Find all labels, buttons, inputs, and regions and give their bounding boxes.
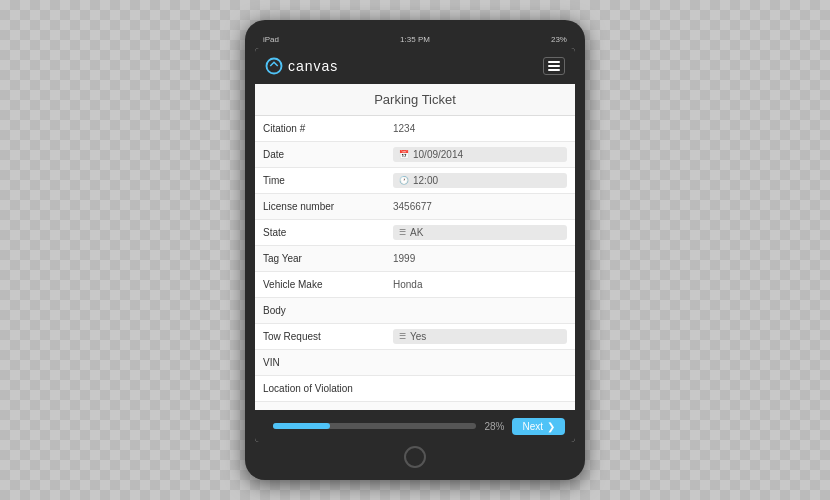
table-row: License number3456677: [255, 194, 575, 220]
field-label: License number: [263, 201, 393, 212]
field-label: Body: [263, 305, 393, 316]
svg-point-0: [267, 59, 282, 74]
next-button[interactable]: Next ❯: [512, 418, 565, 435]
time-label: 1:35 PM: [400, 35, 430, 44]
field-label: State: [263, 227, 393, 238]
form-title: Parking Ticket: [255, 84, 575, 116]
field-value[interactable]: 1234: [393, 123, 567, 134]
calendar-icon: 📅: [399, 150, 409, 159]
tablet-screen: canvas Parking Ticket Citation #1234Date…: [255, 48, 575, 442]
list-icon: ☰: [399, 228, 406, 237]
table-row: Location of Violation: [255, 376, 575, 402]
field-label: Citation #: [263, 123, 393, 134]
table-row: State☰AK: [255, 220, 575, 246]
next-arrow-icon: ❯: [547, 421, 555, 432]
field-label: Tag Year: [263, 253, 393, 264]
field-value[interactable]: 1999: [393, 253, 567, 264]
next-label: Next: [522, 421, 543, 432]
tablet-device: iPad 1:35 PM 23% canvas Parking Ticket: [245, 20, 585, 480]
field-label: Vehicle Make: [263, 279, 393, 290]
field-value[interactable]: 🕐12:00: [393, 173, 567, 188]
field-label: Location of Violation: [263, 383, 393, 394]
table-row: Tow Request☰Yes: [255, 324, 575, 350]
field-label: VIN: [263, 357, 393, 368]
clock-icon: 🕐: [399, 176, 409, 185]
app-name-label: canvas: [288, 58, 338, 74]
field-label: Time: [263, 175, 393, 186]
app-logo: canvas: [265, 57, 338, 75]
field-label: Date: [263, 149, 393, 160]
status-bar: iPad 1:35 PM 23%: [255, 32, 575, 46]
form-rows: Citation #1234Date📅10/09/2014Time🕐12:00L…: [255, 116, 575, 410]
progress-bar-container: [273, 423, 476, 429]
form-footer: 28% Next ❯: [255, 410, 575, 442]
field-value[interactable]: ☰AK: [393, 225, 567, 240]
app-header: canvas: [255, 48, 575, 84]
table-row: Time🕐12:00: [255, 168, 575, 194]
table-row: Citation #1234: [255, 116, 575, 142]
table-row: Body: [255, 298, 575, 324]
progress-bar-fill: [273, 423, 330, 429]
home-button[interactable]: [404, 446, 426, 468]
field-value[interactable]: ☰Yes: [393, 329, 567, 344]
canvas-logo-icon: [265, 57, 283, 75]
form-content: Parking Ticket Citation #1234Date📅10/09/…: [255, 84, 575, 410]
menu-button[interactable]: [543, 57, 565, 75]
table-row: VIN: [255, 350, 575, 376]
field-value[interactable]: 📅10/09/2014: [393, 147, 567, 162]
battery-label: 23%: [551, 35, 567, 44]
field-value[interactable]: 3456677: [393, 201, 567, 212]
table-row: Date📅10/09/2014: [255, 142, 575, 168]
table-row: Meter Number: [255, 402, 575, 410]
table-row: Vehicle MakeHonda: [255, 272, 575, 298]
carrier-label: iPad: [263, 35, 279, 44]
field-value[interactable]: Honda: [393, 279, 567, 290]
progress-label: 28%: [484, 421, 504, 432]
list-icon: ☰: [399, 332, 406, 341]
field-label: Tow Request: [263, 331, 393, 342]
table-row: Tag Year1999: [255, 246, 575, 272]
